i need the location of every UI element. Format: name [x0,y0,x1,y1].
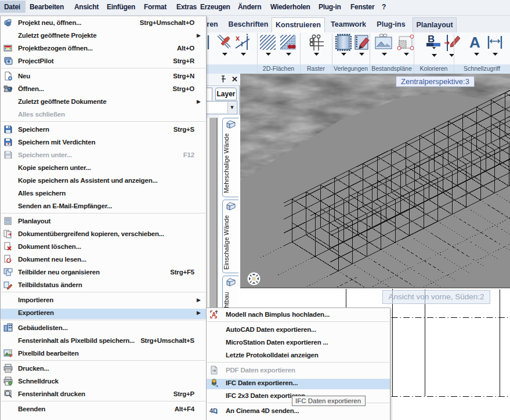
svg-text:A: A [212,312,216,318]
svg-text:A: A [469,34,480,51]
svg-text:x: x [236,34,240,42]
